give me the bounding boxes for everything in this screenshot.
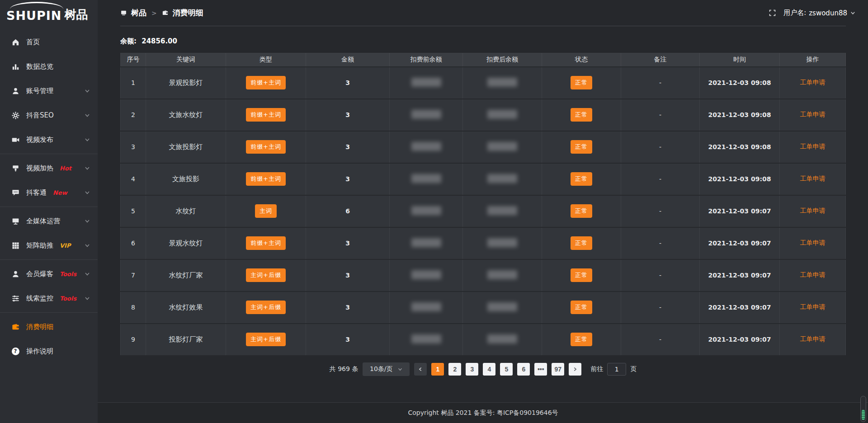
grid-icon <box>11 241 20 250</box>
table-row: 6 景观水纹灯 前缀+主词 3 正常 - 2021-12-03 09:07 工单… <box>121 227 846 259</box>
cell-balance-before <box>390 195 463 227</box>
chevron-down-icon <box>84 189 90 196</box>
table-row: 7 水纹灯厂家 主词+后缀 3 正常 - 2021-12-03 09:07 工单… <box>121 259 846 291</box>
work-order-link[interactable]: 工单申请 <box>800 207 826 214</box>
question-icon: ? <box>11 347 20 356</box>
sidebar-item-label: 数据总览 <box>26 62 53 71</box>
page-size-select[interactable]: 10条/页 <box>363 362 410 376</box>
goto-page-input[interactable] <box>607 363 626 376</box>
sidebar-item-lead-monitor[interactable]: 线索监控 Tools <box>0 286 98 310</box>
sidebar-item-data-overview[interactable]: 数据总览 <box>0 54 98 79</box>
cell-amount: 3 <box>306 227 390 259</box>
cell-type: 主词+后缀 <box>226 259 306 291</box>
table-row: 9 投影灯厂家 主词+后缀 3 正常 - 2021-12-03 09:07 工单… <box>121 324 846 356</box>
cell-balance-after <box>463 163 542 195</box>
col-balance-before: 扣费前余额 <box>390 53 463 67</box>
work-order-link[interactable]: 工单申请 <box>800 79 826 86</box>
sidebar-item-matrix-boost[interactable]: 矩阵助推 VIP <box>0 233 98 258</box>
chat-icon <box>11 188 20 197</box>
cell-time: 2021-12-03 09:08 <box>700 163 780 195</box>
chevron-down-icon <box>84 271 90 277</box>
goto-label: 前往 <box>590 365 603 373</box>
cell-amount: 3 <box>306 259 390 291</box>
sidebar-item-douketong[interactable]: 抖客通 New <box>0 180 98 205</box>
cell-time: 2021-12-03 09:07 <box>700 227 780 259</box>
bar-chart-icon <box>11 62 20 71</box>
user-menu[interactable]: 用户名: zswodun88 <box>783 9 856 17</box>
sidebar-item-member-burst[interactable]: 会员爆客 Tools <box>0 262 98 286</box>
page-button-2[interactable]: 2 <box>448 363 461 376</box>
masked-value <box>487 334 517 343</box>
pagination: 共 969 条 10条/页 1 2 3 4 5 6 ••• 97 <box>120 362 846 376</box>
page-button-97[interactable]: 97 <box>552 363 564 376</box>
cell-type: 前缀+主词 <box>226 131 306 163</box>
masked-value <box>411 302 441 311</box>
breadcrumb: 树品 > 消费明细 <box>120 8 203 18</box>
chevron-down-icon <box>84 218 90 224</box>
table-row: 8 水纹灯效果 主词+后缀 3 正常 - 2021-12-03 09:07 工单… <box>121 291 846 324</box>
sidebar-item-instructions[interactable]: ? 操作说明 <box>0 339 98 363</box>
page-button-3[interactable]: 3 <box>466 363 478 376</box>
more-pages-button[interactable]: ••• <box>534 363 547 376</box>
type-badge: 前缀+主词 <box>246 76 286 89</box>
cell-balance-before <box>390 99 463 131</box>
sidebar-item-label: 全媒体运营 <box>26 217 60 226</box>
sidebar-item-home[interactable]: 首页 <box>0 30 98 54</box>
cell-type: 主词+后缀 <box>226 324 306 356</box>
cell-status: 正常 <box>542 227 621 259</box>
copyright-text: Copyright 树品 2021 备案号: 粤ICP备09019646号 <box>408 409 558 417</box>
scrollbar[interactable] <box>860 396 866 422</box>
work-order-link[interactable]: 工单申请 <box>800 111 826 118</box>
page-button-6[interactable]: 6 <box>517 363 530 376</box>
sidebar-item-label: 会员爆客 <box>26 270 53 278</box>
masked-value <box>487 142 517 151</box>
cell-time: 2021-12-03 09:07 <box>700 291 780 324</box>
sidebar: SHUPIN 树品 首页 数据总览 账号管理 <box>0 0 98 423</box>
scrollbar-thumb[interactable] <box>862 410 865 420</box>
logo-text-cn: 树品 <box>64 7 88 23</box>
heat-icon <box>11 164 20 173</box>
prev-page-button[interactable] <box>414 363 427 376</box>
cell-keyword: 投影灯厂家 <box>146 324 226 356</box>
cell-balance-after <box>463 259 542 291</box>
sidebar-item-consumption-details[interactable]: 消费明细 <box>0 315 98 339</box>
masked-value <box>487 206 517 215</box>
sidebar-item-account-management[interactable]: 账号管理 <box>0 79 98 103</box>
page-button-5[interactable]: 5 <box>500 363 513 376</box>
status-badge: 正常 <box>571 301 592 314</box>
work-order-link[interactable]: 工单申请 <box>800 239 826 246</box>
cell-status: 正常 <box>542 131 621 163</box>
sidebar-item-video-heat[interactable]: 视频加热 Hot <box>0 156 98 180</box>
sidebar-item-video-publish[interactable]: 视频发布 <box>0 127 98 152</box>
cell-balance-before <box>390 163 463 195</box>
sidebar-nav: 首页 数据总览 账号管理 <box>0 26 98 363</box>
cell-action: 工单申请 <box>780 163 846 195</box>
sidebar-item-douyin-seo[interactable]: 抖音SEO <box>0 103 98 127</box>
home-icon <box>11 38 20 47</box>
balance-value: 24856.00 <box>142 37 177 45</box>
work-order-link[interactable]: 工单申请 <box>800 143 826 150</box>
cell-no: 7 <box>121 259 146 291</box>
cell-action: 工单申请 <box>780 324 846 356</box>
page-button-1[interactable]: 1 <box>431 363 444 376</box>
work-order-link[interactable]: 工单申请 <box>800 175 826 182</box>
page-size-value: 10条/页 <box>370 365 393 373</box>
table-row: 5 水纹灯 主词 6 正常 - 2021-12-03 09:07 工单申请 <box>121 195 846 227</box>
username-value: zswodun88 <box>809 9 847 17</box>
cell-status: 正常 <box>542 163 621 195</box>
cell-keyword: 水纹灯效果 <box>146 291 226 324</box>
work-order-link[interactable]: 工单申请 <box>800 335 826 343</box>
next-page-button[interactable] <box>569 363 581 376</box>
work-order-link[interactable]: 工单申请 <box>800 271 826 278</box>
work-order-link[interactable]: 工单申请 <box>800 303 826 310</box>
cell-balance-before <box>390 291 463 324</box>
cell-balance-before <box>390 259 463 291</box>
fullscreen-icon[interactable] <box>769 9 776 17</box>
table-row: 2 文旅水纹灯 前缀+主词 3 正常 - 2021-12-03 09:08 工单… <box>121 99 846 131</box>
breadcrumb-root[interactable]: 树品 <box>131 8 146 18</box>
topbar: 树品 > 消费明细 用户名: zswodun88 <box>98 0 868 26</box>
sidebar-item-all-media[interactable]: 全媒体运营 <box>0 209 98 233</box>
page-button-4[interactable]: 4 <box>483 363 495 376</box>
cell-amount: 3 <box>306 131 390 163</box>
type-badge: 前缀+主词 <box>246 236 286 250</box>
